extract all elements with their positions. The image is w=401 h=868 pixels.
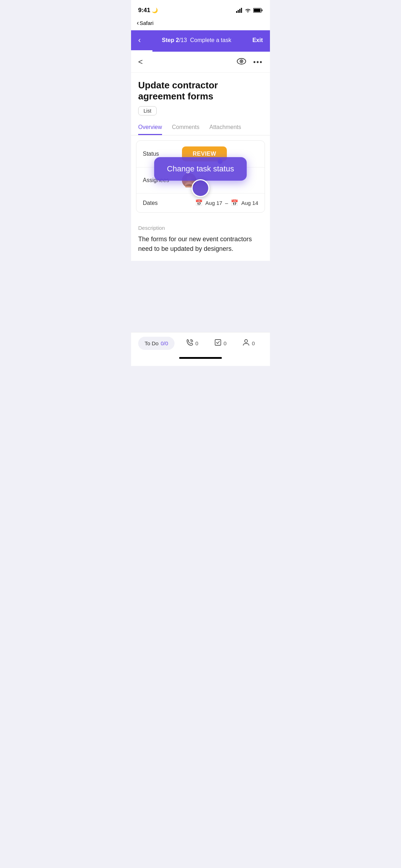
- svg-rect-0: [236, 11, 237, 13]
- start-date: Aug 17: [205, 200, 223, 206]
- app-header: < •••: [131, 52, 270, 73]
- svg-point-15: [245, 340, 248, 342]
- svg-rect-6: [262, 10, 263, 11]
- dates-value: 📅 Aug 17 – 📅 Aug 14: [182, 199, 258, 207]
- bottom-toolbar: To Do 0/0 0 0: [131, 332, 270, 354]
- todo-button[interactable]: To Do 0/0: [138, 337, 175, 350]
- app-content: < ••• Update contractor agreement forms …: [131, 52, 270, 332]
- safari-back-label: Safari: [140, 20, 153, 26]
- tutorial-header: ‹ Step 2/13 Complete a task Exit: [131, 30, 270, 50]
- person-count-item[interactable]: 0: [243, 339, 255, 348]
- eye-icon[interactable]: [237, 58, 246, 66]
- status-label: Status: [143, 151, 182, 157]
- end-date-icon: 📅: [231, 199, 238, 207]
- svg-rect-7: [254, 9, 261, 12]
- tooltip-overlay: Change task status: [154, 157, 247, 197]
- svg-point-4: [248, 11, 249, 12]
- app-header-icons: •••: [237, 58, 263, 66]
- tab-overview[interactable]: Overview: [138, 120, 162, 135]
- step-number: 2: [176, 37, 179, 43]
- todo-label: To Do: [145, 340, 158, 346]
- wifi-icon: [245, 8, 251, 13]
- svg-rect-1: [238, 10, 239, 13]
- signal-icon: [236, 8, 243, 13]
- safari-back[interactable]: ‹ Safari: [137, 19, 153, 27]
- step-total: /13: [179, 37, 187, 43]
- person-icon: [243, 339, 250, 348]
- status-icons: [236, 8, 263, 13]
- tooltip-text: Change task status: [167, 164, 234, 173]
- check-count: 0: [224, 340, 226, 346]
- home-indicator: [131, 354, 270, 366]
- details-section: Status REVIEW Change task status Assigne…: [136, 140, 265, 213]
- description-section: Description The forms for our new event …: [131, 218, 270, 261]
- home-bar: [179, 357, 222, 359]
- svg-rect-3: [241, 8, 242, 13]
- svg-rect-14: [215, 340, 221, 345]
- status-bar: 9:41 🌙: [131, 0, 270, 18]
- check-count-item[interactable]: 0: [214, 339, 226, 348]
- app-back-button[interactable]: <: [138, 57, 143, 67]
- moon-icon: 🌙: [152, 7, 158, 13]
- phone-icon: [186, 339, 193, 348]
- description-text: The forms for our new event contractors …: [138, 234, 263, 254]
- tabs: Overview Comments Attachments: [131, 120, 270, 135]
- dates-label: Dates: [143, 200, 182, 206]
- description-label: Description: [138, 225, 263, 231]
- end-date: Aug 14: [241, 200, 258, 206]
- tutorial-title: Step 2/13 Complete a task: [141, 37, 252, 43]
- start-date-icon: 📅: [195, 199, 203, 207]
- task-title-area: Update contractor agreement forms List: [131, 73, 270, 120]
- phone-count-item[interactable]: 0: [186, 339, 198, 348]
- safari-nav: ‹ Safari: [131, 18, 270, 30]
- person-count: 0: [252, 340, 255, 346]
- tooltip-box: Change task status: [154, 157, 247, 181]
- cursor-indicator: [192, 179, 209, 197]
- tutorial-back-button[interactable]: ‹: [138, 36, 141, 45]
- tab-attachments[interactable]: Attachments: [209, 120, 241, 135]
- step-label: Step: [162, 37, 176, 43]
- task-title: Update contractor agreement forms: [138, 80, 263, 102]
- more-menu-icon[interactable]: •••: [253, 58, 263, 66]
- dates-display[interactable]: 📅 Aug 17 – 📅 Aug 14: [195, 199, 258, 207]
- exit-button[interactable]: Exit: [252, 37, 263, 43]
- date-separator: –: [225, 200, 228, 206]
- svg-point-10: [241, 61, 242, 62]
- step-description: Complete a task: [190, 37, 231, 43]
- battery-icon: [253, 8, 263, 13]
- phone-count: 0: [196, 340, 198, 346]
- toolbar-icon-group: 0 0 0: [178, 339, 263, 348]
- tab-comments[interactable]: Comments: [172, 120, 199, 135]
- status-time: 9:41: [138, 7, 150, 14]
- check-icon: [214, 339, 222, 348]
- svg-rect-2: [239, 9, 240, 13]
- bottom-gray-area: [131, 261, 270, 332]
- list-badge[interactable]: List: [138, 106, 157, 115]
- status-row: Status REVIEW Change task status: [136, 141, 265, 167]
- todo-count: 0/0: [161, 340, 168, 346]
- safari-back-chevron: ‹: [137, 19, 139, 27]
